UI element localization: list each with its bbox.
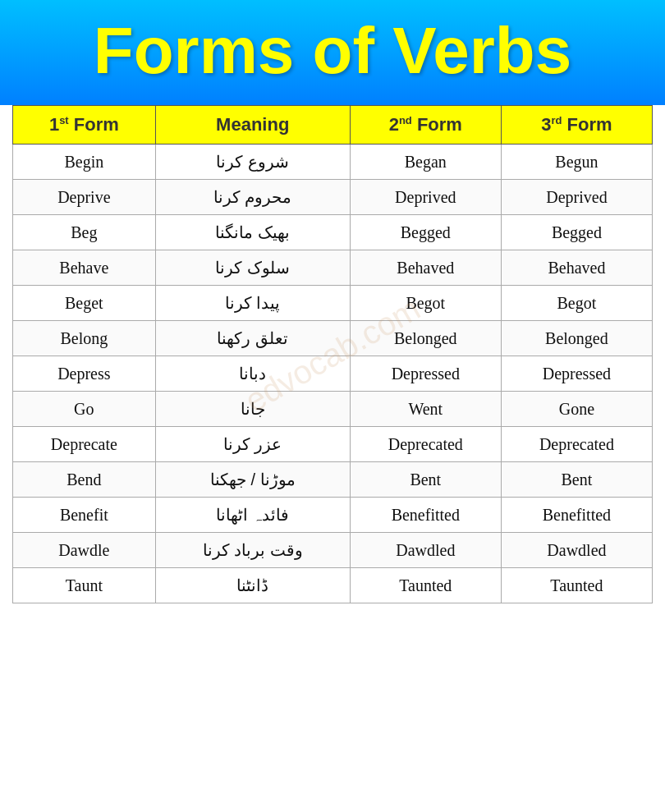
table-row: Begبھیک مانگناBeggedBegged (13, 215, 653, 250)
cell-meaning: فائدہ اٹھانا (155, 498, 350, 533)
table-row: Benefitفائدہ اٹھاناBenefittedBenefitted (13, 498, 653, 533)
cell-form3: Benefitted (501, 498, 652, 533)
cell-form1: Deprecate (13, 427, 156, 462)
cell-form1: Begin (13, 145, 156, 180)
verbs-table: 1st Form Meaning 2nd Form 3rd Form Begin… (12, 105, 653, 603)
cell-form3: Depressed (501, 356, 652, 392)
cell-form1: Depress (13, 356, 156, 392)
cell-form1: Dawdle (13, 533, 156, 568)
header: Forms of Verbs (0, 0, 665, 105)
cell-form3: Behaved (501, 250, 652, 286)
cell-form3: Belonged (501, 321, 652, 356)
cell-form2: Benefitted (350, 498, 501, 533)
table-row: TauntڈانٹناTauntedTaunted (13, 568, 653, 603)
cell-form2: Taunted (350, 568, 501, 603)
cell-meaning: شروع کرنا (155, 145, 350, 180)
cell-form2: Dawdled (350, 533, 501, 568)
cell-form3: Dawdled (501, 533, 652, 568)
cell-meaning: تعلق رکھنا (155, 321, 350, 356)
cell-form2: Went (350, 392, 501, 427)
cell-form3: Deprived (501, 180, 652, 215)
table-row: Depriveمحروم کرناDeprivedDeprived (13, 180, 653, 215)
cell-form1: Bend (13, 462, 156, 498)
cell-form2: Began (350, 145, 501, 180)
table-row: Begetپیدا کرناBegotBegot (13, 286, 653, 321)
cell-meaning: پیدا کرنا (155, 286, 350, 321)
cell-meaning: سلوک کرنا (155, 250, 350, 286)
cell-meaning: بھیک مانگنا (155, 215, 350, 250)
cell-form1: Benefit (13, 498, 156, 533)
cell-form3: Begot (501, 286, 652, 321)
table-row: Dawdleوقت برباد کرناDawdledDawdled (13, 533, 653, 568)
cell-meaning: عزر کرنا (155, 427, 350, 462)
cell-form3: Begun (501, 145, 652, 180)
table-header-row: 1st Form Meaning 2nd Form 3rd Form (13, 106, 653, 145)
table-row: DepressدباناDepressedDepressed (13, 356, 653, 392)
cell-meaning: دبانا (155, 356, 350, 392)
cell-form1: Behave (13, 250, 156, 286)
cell-form1: Belong (13, 321, 156, 356)
table-row: Deprecateعزر کرناDeprecatedDeprecated (13, 427, 653, 462)
cell-form1: Deprive (13, 180, 156, 215)
cell-form3: Taunted (501, 568, 652, 603)
cell-form1: Taunt (13, 568, 156, 603)
cell-form2: Begged (350, 215, 501, 250)
table-row: Belongتعلق رکھناBelongedBelonged (13, 321, 653, 356)
table-container: edvocab.com 1st Form Meaning 2nd Form 3r… (0, 105, 665, 616)
table-row: GoجاناWentGone (13, 392, 653, 427)
cell-meaning: محروم کرنا (155, 180, 350, 215)
cell-form3: Begged (501, 215, 652, 250)
cell-form1: Beget (13, 286, 156, 321)
table-row: Bendموڑنا / جھکناBentBent (13, 462, 653, 498)
cell-form2: Behaved (350, 250, 501, 286)
cell-meaning: ڈانٹنا (155, 568, 350, 603)
cell-form2: Begot (350, 286, 501, 321)
cell-form2: Deprived (350, 180, 501, 215)
table-row: Behaveسلوک کرناBehavedBehaved (13, 250, 653, 286)
cell-meaning: موڑنا / جھکنا (155, 462, 350, 498)
cell-form3: Gone (501, 392, 652, 427)
cell-form2: Depressed (350, 356, 501, 392)
cell-form3: Bent (501, 462, 652, 498)
table-row: Beginشروع کرناBeganBegun (13, 145, 653, 180)
cell-form2: Deprecated (350, 427, 501, 462)
cell-form3: Deprecated (501, 427, 652, 462)
col-header-form1: 1st Form (13, 106, 156, 145)
cell-form2: Belonged (350, 321, 501, 356)
col-header-form2: 2nd Form (350, 106, 501, 145)
col-header-form3: 3rd Form (501, 106, 652, 145)
cell-form1: Beg (13, 215, 156, 250)
page-title: Forms of Verbs (8, 15, 657, 87)
col-header-meaning: Meaning (155, 106, 350, 145)
cell-meaning: وقت برباد کرنا (155, 533, 350, 568)
cell-meaning: جانا (155, 392, 350, 427)
cell-form2: Bent (350, 462, 501, 498)
cell-form1: Go (13, 392, 156, 427)
